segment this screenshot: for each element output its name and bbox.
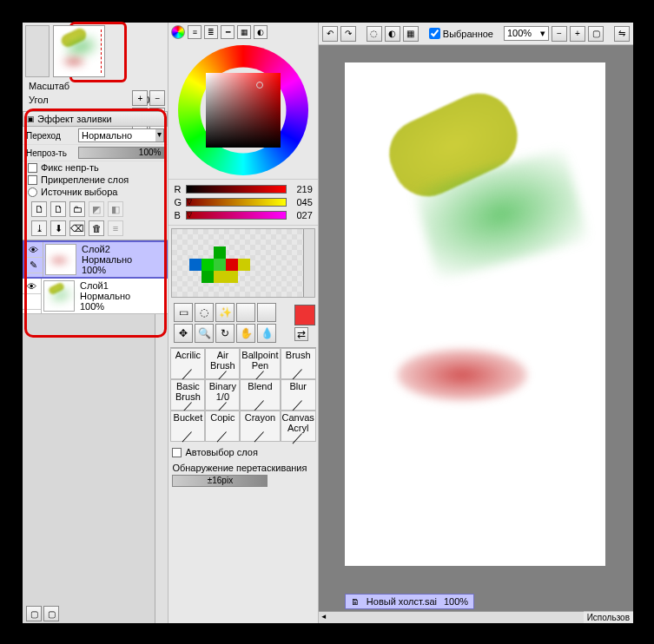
color-wheel-icon[interactable] <box>171 25 185 39</box>
auto-select-checkbox[interactable] <box>172 448 182 457</box>
angle-label: Угол <box>29 95 49 105</box>
brush-basic-brush[interactable]: Basic Brush／ <box>170 379 205 411</box>
layer-item[interactable]: 👁 ✎ Слой2 Нормально 100% <box>23 240 168 279</box>
visibility-icon[interactable]: 👁 <box>23 279 41 294</box>
layer-name: Слой2 <box>82 244 132 254</box>
swatch-panel[interactable] <box>171 228 314 298</box>
flatten-button[interactable]: ≡ <box>108 220 123 236</box>
select-source-radio[interactable] <box>28 187 37 197</box>
layer-name: Слой1 <box>80 280 130 291</box>
swatches-icon[interactable]: ▦ <box>237 25 251 39</box>
zoom-tool[interactable]: 🔍 <box>195 324 214 343</box>
b-slider[interactable] <box>186 211 286 220</box>
zoom-out-btn[interactable]: − <box>552 26 567 42</box>
scratchpad-icon[interactable]: ◐ <box>254 25 268 39</box>
show-select-button[interactable]: ▦ <box>403 26 419 42</box>
move-tool[interactable]: ✥ <box>174 324 193 343</box>
apply-mask-button[interactable]: ◧ <box>108 201 123 217</box>
brush-copic[interactable]: Copic／ <box>205 411 240 442</box>
panel-toggle-2[interactable]: ▢ <box>43 606 59 621</box>
zoom-fit-btn[interactable]: ▢ <box>588 26 604 42</box>
rgb-bars-icon[interactable]: ≡ <box>188 25 201 39</box>
selected-checkbox[interactable] <box>429 28 440 39</box>
spacer <box>236 303 255 322</box>
color-wheel[interactable] <box>178 45 308 175</box>
drag-detect-label: Обнаружение перетаскивания <box>172 463 314 473</box>
delete-layer-button[interactable]: 🗑 <box>89 220 104 236</box>
rotate-tool[interactable]: ↻ <box>215 324 235 343</box>
merge-down-button[interactable]: ⬇ <box>50 220 66 236</box>
zoom-out-button[interactable]: − <box>149 90 165 106</box>
zoom-select[interactable]: 100% <box>504 26 549 41</box>
brush-blur[interactable]: Blur／ <box>281 379 316 411</box>
clear-layer-button[interactable]: ⌫ <box>69 220 85 236</box>
layer-mode: Нормально <box>80 291 130 301</box>
r-label: R <box>174 184 182 194</box>
opacity-slider[interactable]: 100% <box>78 147 164 159</box>
fix-opacity-checkbox[interactable] <box>28 163 37 173</box>
lasso-tool[interactable]: ◌ <box>195 303 214 322</box>
new-linework-button[interactable]: 🗋 <box>50 201 66 217</box>
layer-mode: Нормально <box>82 254 132 265</box>
g-slider[interactable] <box>186 198 286 207</box>
new-layer-button[interactable]: 🗋 <box>31 201 47 217</box>
layer-item[interactable]: 👁 Слой1 Нормально 100% <box>23 279 168 314</box>
blend-mode-select[interactable]: Нормально <box>78 128 164 142</box>
color-square[interactable] <box>206 73 281 148</box>
swap-colors-icon[interactable]: ⇄ <box>294 327 308 341</box>
r-slider[interactable] <box>186 185 286 194</box>
fix-opacity-label: Фикс непр-ть <box>41 162 99 173</box>
mask-button[interactable]: ◩ <box>89 201 104 217</box>
g-label: G <box>174 197 182 207</box>
layer-opacity: 100% <box>82 265 132 275</box>
brush-canvas-acryl[interactable]: Canvas Acryl／ <box>281 411 316 442</box>
blend-mode-label: Переход <box>26 131 75 141</box>
invert-select-button[interactable]: ◐ <box>385 26 400 42</box>
thumb-prev <box>25 25 50 77</box>
spacer <box>257 303 276 322</box>
new-folder-button[interactable]: 🗀 <box>69 201 85 217</box>
brush-brush[interactable]: Brush／ <box>281 348 316 379</box>
status-bar: Использов <box>584 611 633 623</box>
foreground-color[interactable] <box>294 305 315 325</box>
hand-tool[interactable]: ✋ <box>236 324 255 343</box>
brush-bucket[interactable]: Bucket／ <box>170 411 205 442</box>
visibility-icon[interactable]: 👁 <box>24 242 43 258</box>
b-value: 027 <box>290 210 313 220</box>
brush-acrilic[interactable]: Acrilic／ <box>170 348 205 379</box>
navigator-thumb[interactable] <box>53 25 105 77</box>
brush-air-brush[interactable]: Air Brush／ <box>205 348 240 379</box>
eyedropper-tool[interactable]: 💧 <box>257 324 276 343</box>
edit-icon[interactable]: ✎ <box>24 258 43 273</box>
drag-detect-slider[interactable]: ±16pix <box>172 475 268 487</box>
magic-wand-tool[interactable]: ✨ <box>215 303 235 322</box>
canvas[interactable] <box>345 62 605 566</box>
hsv-bars-icon[interactable]: ≣ <box>204 25 218 39</box>
deselect-button[interactable]: ◌ <box>367 26 382 42</box>
b-label: B <box>174 210 182 220</box>
brush-binary-1-0[interactable]: Binary 1/0／ <box>205 379 240 411</box>
gray-bar-icon[interactable]: ━ <box>221 25 235 39</box>
brush-ballpoint-pen[interactable]: Ballpoint Pen／ <box>240 348 280 379</box>
edit-icon[interactable] <box>23 294 41 310</box>
zoom-in-button[interactable]: + <box>132 90 148 106</box>
panel-toggle-1[interactable]: ▢ <box>26 606 42 621</box>
redo-button[interactable]: ↷ <box>340 26 356 42</box>
auto-select-label: Автовыбор слоя <box>185 447 257 457</box>
undo-button[interactable]: ↶ <box>322 26 338 42</box>
select-source-label: Источник выбора <box>41 187 117 197</box>
clip-layer-label: Прикрепление слоя <box>41 174 129 185</box>
brush-blend[interactable]: Blend／ <box>240 379 280 411</box>
selected-label: Выбранное <box>443 29 493 39</box>
zoom-in-btn[interactable]: + <box>570 26 585 42</box>
opacity-label: Непроз-ть <box>26 148 75 158</box>
r-value: 219 <box>290 184 313 194</box>
transfer-down-button[interactable]: ⤓ <box>31 220 47 236</box>
flip-h-btn[interactable]: ⇋ <box>614 26 630 42</box>
brush-crayon[interactable]: Crayon／ <box>240 411 280 442</box>
clip-layer-checkbox[interactable] <box>28 175 37 185</box>
g-value: 045 <box>290 197 313 207</box>
rect-select-tool[interactable]: ▭ <box>174 303 193 322</box>
document-tab[interactable]: Новый холст.sai100% <box>345 594 474 609</box>
layer-opacity: 100% <box>80 301 130 312</box>
